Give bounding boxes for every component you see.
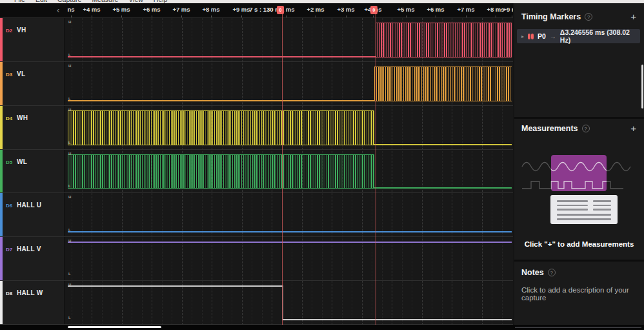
ruler-tick-label: +7 ms — [172, 6, 190, 13]
channel-id: D8 — [6, 291, 12, 296]
panel-scrollbar-track — [515, 327, 641, 328]
marker-pair-label: P0 — [538, 32, 546, 40]
channel-label-d3[interactable]: D3VL — [0, 62, 65, 105]
help-icon[interactable]: ? — [585, 13, 592, 21]
level-low-label: L — [68, 228, 71, 232]
measurement-card-illustration — [551, 155, 607, 191]
level-low-label: L — [68, 141, 71, 145]
signal-high-line — [68, 242, 512, 243]
measurements-hint: Click "+" to add Measurements — [514, 240, 644, 248]
add-timing-marker-button[interactable]: + — [630, 12, 636, 21]
app-window: FileEditCaptureMeasureViewHelp ‹ 7 s : 1… — [0, 0, 644, 330]
channel-label-d4[interactable]: D4WH — [0, 106, 65, 149]
channel-row-d6[interactable]: D6HALL UHL — [0, 193, 513, 237]
measurements-illustration — [514, 151, 644, 235]
timing-markers-title: Timing Markers? — [521, 12, 592, 21]
ruler-tick-label: +8 ms — [487, 6, 504, 13]
ruler-tick-label: +8 ms — [202, 6, 219, 13]
ruler-tick-mark — [121, 15, 122, 18]
ruler-tick-mark — [181, 15, 182, 18]
ruler-tick-mark — [211, 15, 212, 18]
channel-color-stripe — [0, 106, 3, 149]
channel-color-stripe — [0, 150, 3, 193]
results-card-illustration — [550, 195, 618, 224]
channel-name: HALL W — [17, 289, 43, 296]
collapse-sidebar-icon[interactable]: ‹ — [57, 5, 59, 15]
channel-id: D4 — [6, 116, 12, 121]
menu-item-edit[interactable]: Edit — [35, 0, 47, 3]
timing-markers-section: Timing Markers? + ▸ P0 → Δ3.246556 ms (3… — [514, 3, 644, 117]
channel-label-d7[interactable]: D7HALL V — [0, 237, 65, 280]
level-high-label: H — [68, 108, 71, 112]
signal-low-line — [68, 56, 376, 57]
ruler-tick-mark — [496, 15, 496, 18]
ruler-tick-mark — [406, 15, 407, 18]
channel-row-d4[interactable]: D4WHHL — [0, 106, 513, 150]
level-high-label: H — [68, 64, 71, 68]
waveform-area[interactable]: D2VHHLD3VLHLD4WHHLD5WLHLD6HALL UHLD7HALL… — [0, 18, 513, 325]
signal-low-line — [374, 144, 512, 145]
signal-edge — [283, 285, 283, 320]
expand-chevron-icon[interactable]: ▸ — [521, 34, 524, 39]
level-high-label: H — [68, 283, 71, 287]
notes-title: Notes? — [521, 268, 556, 277]
help-icon[interactable]: ? — [582, 125, 590, 132]
absolute-time-label: 7 s : 130 ms — [219, 6, 284, 13]
channel-label-d8[interactable]: D8HALL W — [0, 281, 65, 324]
help-icon[interactable]: ? — [548, 269, 556, 276]
menu-item-view[interactable]: View — [128, 0, 143, 3]
channel-name: HALL U — [17, 201, 41, 209]
menu-bar: FileEditCaptureMeasureViewHelp — [0, 0, 644, 3]
channel-name: WL — [17, 158, 27, 165]
ruler-tick-label: +6 ms — [143, 6, 160, 13]
menu-item-capture[interactable]: Capture — [57, 0, 81, 3]
channel-color-stripe — [0, 281, 3, 324]
ruler-tick-mark — [71, 15, 72, 18]
ruler-tick-mark — [92, 15, 92, 18]
ruler-tick-mark — [512, 15, 512, 18]
timeline-ruler[interactable]: ‹ 7 s : 130 ms ns+4 ms+5 ms+6 ms+7 ms+8 … — [0, 3, 513, 18]
level-low-label: L — [68, 53, 71, 57]
channel-row-d8[interactable]: D8HALL WHL — [0, 281, 513, 325]
timing-marker-flag[interactable]: 0 — [277, 6, 284, 14]
channel-id: D7 — [6, 247, 12, 253]
channel-name: VH — [17, 26, 26, 34]
level-low-label: L — [68, 272, 71, 276]
level-high-label: H — [68, 195, 71, 199]
vertical-scrollbar-thumb[interactable] — [641, 65, 643, 108]
timing-marker-row[interactable]: ▸ P0 → Δ3.246556 ms (308.02 Hz) — [517, 29, 640, 43]
signal-high-line — [68, 285, 283, 287]
menu-item-measure[interactable]: Measure — [92, 0, 118, 3]
ruler-tick-label: +4 ms — [83, 6, 100, 13]
signal-pwm-burst — [68, 110, 374, 145]
channel-row-d7[interactable]: D7HALL VHL — [0, 237, 513, 281]
notes-placeholder[interactable]: Click to add a description of your captu… — [521, 286, 644, 302]
signal-pwm-burst — [68, 154, 374, 189]
menu-item-help[interactable]: Help — [154, 0, 168, 3]
signal-low-line — [374, 187, 512, 189]
channel-color-stripe — [0, 62, 3, 105]
signal-pwm-burst — [376, 23, 512, 57]
timing-marker-flag[interactable]: 0 — [370, 6, 377, 14]
channel-label-d6[interactable]: D6HALL U — [0, 193, 65, 236]
signal-low-line — [68, 100, 374, 101]
channel-row-d5[interactable]: D5WLHL — [0, 150, 513, 194]
marker-delta-value: Δ3.246556 ms (308.02 Hz) — [560, 28, 636, 44]
ruler-tick-mark — [466, 15, 467, 18]
menu-item-file[interactable]: File — [14, 0, 25, 3]
channel-label-d2[interactable]: D2VH — [0, 18, 65, 61]
ruler-tick-label: ns — [67, 6, 74, 13]
ruler-tick-label: +7 ms — [457, 6, 474, 13]
channel-row-d2[interactable]: D2VHHL — [0, 18, 513, 62]
channel-label-d5[interactable]: D5WL — [0, 150, 65, 193]
horizontal-scrollbar-thumb[interactable] — [68, 326, 161, 328]
add-measurement-button[interactable]: + — [630, 124, 636, 133]
notes-section: Notes? Click to add a description of you… — [514, 262, 644, 325]
channel-row-d3[interactable]: D3VLHL — [0, 62, 513, 106]
channel-id: D5 — [6, 160, 12, 165]
marker-pair-icon — [528, 34, 534, 39]
level-low-label: L — [68, 97, 71, 101]
channel-id: D6 — [6, 203, 12, 209]
side-panel: Timing Markers? + ▸ P0 → Δ3.246556 ms (3… — [514, 3, 644, 325]
measurements-section: Measurements? + — [514, 119, 644, 260]
